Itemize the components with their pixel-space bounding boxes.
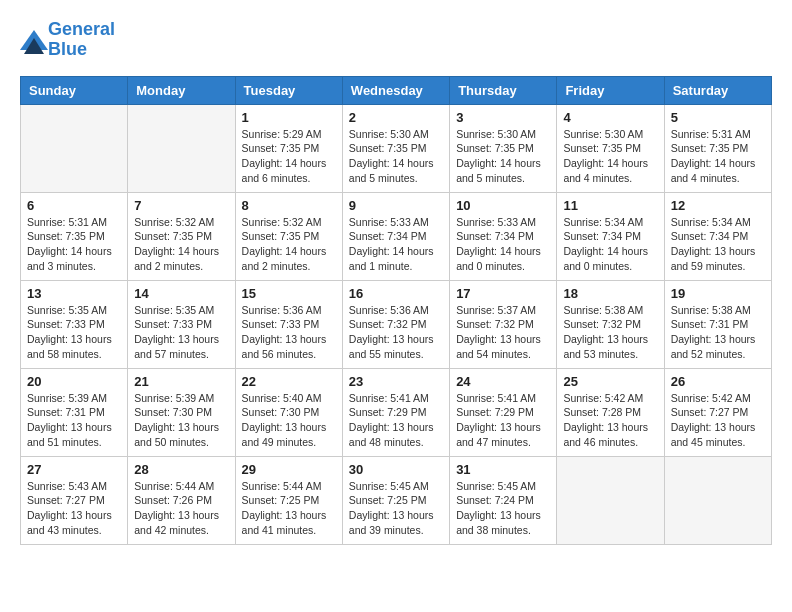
- day-info: Sunrise: 5:34 AM Sunset: 7:34 PM Dayligh…: [671, 215, 765, 274]
- day-number: 20: [27, 374, 121, 389]
- day-info: Sunrise: 5:41 AM Sunset: 7:29 PM Dayligh…: [456, 391, 550, 450]
- day-number: 10: [456, 198, 550, 213]
- calendar-cell: 5Sunrise: 5:31 AM Sunset: 7:35 PM Daylig…: [664, 104, 771, 192]
- weekday-header-friday: Friday: [557, 76, 664, 104]
- weekday-header-tuesday: Tuesday: [235, 76, 342, 104]
- calendar-cell: 8Sunrise: 5:32 AM Sunset: 7:35 PM Daylig…: [235, 192, 342, 280]
- week-row-1: 1Sunrise: 5:29 AM Sunset: 7:35 PM Daylig…: [21, 104, 772, 192]
- day-info: Sunrise: 5:39 AM Sunset: 7:30 PM Dayligh…: [134, 391, 228, 450]
- day-number: 14: [134, 286, 228, 301]
- day-number: 28: [134, 462, 228, 477]
- day-info: Sunrise: 5:45 AM Sunset: 7:25 PM Dayligh…: [349, 479, 443, 538]
- calendar-cell: 16Sunrise: 5:36 AM Sunset: 7:32 PM Dayli…: [342, 280, 449, 368]
- calendar-cell: 30Sunrise: 5:45 AM Sunset: 7:25 PM Dayli…: [342, 456, 449, 544]
- weekday-header-sunday: Sunday: [21, 76, 128, 104]
- day-info: Sunrise: 5:32 AM Sunset: 7:35 PM Dayligh…: [242, 215, 336, 274]
- calendar-cell: 12Sunrise: 5:34 AM Sunset: 7:34 PM Dayli…: [664, 192, 771, 280]
- day-number: 6: [27, 198, 121, 213]
- day-number: 26: [671, 374, 765, 389]
- day-info: Sunrise: 5:32 AM Sunset: 7:35 PM Dayligh…: [134, 215, 228, 274]
- calendar-cell: 9Sunrise: 5:33 AM Sunset: 7:34 PM Daylig…: [342, 192, 449, 280]
- calendar-cell: [21, 104, 128, 192]
- day-number: 17: [456, 286, 550, 301]
- day-number: 12: [671, 198, 765, 213]
- day-info: Sunrise: 5:45 AM Sunset: 7:24 PM Dayligh…: [456, 479, 550, 538]
- day-number: 21: [134, 374, 228, 389]
- day-info: Sunrise: 5:36 AM Sunset: 7:32 PM Dayligh…: [349, 303, 443, 362]
- calendar-cell: 13Sunrise: 5:35 AM Sunset: 7:33 PM Dayli…: [21, 280, 128, 368]
- weekday-header-saturday: Saturday: [664, 76, 771, 104]
- logo-text: General Blue: [48, 20, 115, 60]
- day-info: Sunrise: 5:42 AM Sunset: 7:27 PM Dayligh…: [671, 391, 765, 450]
- day-number: 8: [242, 198, 336, 213]
- day-info: Sunrise: 5:33 AM Sunset: 7:34 PM Dayligh…: [456, 215, 550, 274]
- day-number: 18: [563, 286, 657, 301]
- calendar-table: SundayMondayTuesdayWednesdayThursdayFrid…: [20, 76, 772, 545]
- day-info: Sunrise: 5:38 AM Sunset: 7:31 PM Dayligh…: [671, 303, 765, 362]
- day-number: 27: [27, 462, 121, 477]
- calendar-cell: 2Sunrise: 5:30 AM Sunset: 7:35 PM Daylig…: [342, 104, 449, 192]
- day-info: Sunrise: 5:42 AM Sunset: 7:28 PM Dayligh…: [563, 391, 657, 450]
- day-number: 23: [349, 374, 443, 389]
- day-info: Sunrise: 5:30 AM Sunset: 7:35 PM Dayligh…: [563, 127, 657, 186]
- day-number: 22: [242, 374, 336, 389]
- page-header: General Blue: [20, 20, 772, 60]
- day-number: 31: [456, 462, 550, 477]
- day-info: Sunrise: 5:34 AM Sunset: 7:34 PM Dayligh…: [563, 215, 657, 274]
- day-number: 5: [671, 110, 765, 125]
- day-number: 1: [242, 110, 336, 125]
- day-info: Sunrise: 5:31 AM Sunset: 7:35 PM Dayligh…: [27, 215, 121, 274]
- calendar-cell: 29Sunrise: 5:44 AM Sunset: 7:25 PM Dayli…: [235, 456, 342, 544]
- day-info: Sunrise: 5:43 AM Sunset: 7:27 PM Dayligh…: [27, 479, 121, 538]
- week-row-2: 6Sunrise: 5:31 AM Sunset: 7:35 PM Daylig…: [21, 192, 772, 280]
- day-number: 9: [349, 198, 443, 213]
- weekday-header-monday: Monday: [128, 76, 235, 104]
- calendar-cell: [128, 104, 235, 192]
- day-number: 25: [563, 374, 657, 389]
- day-number: 3: [456, 110, 550, 125]
- calendar-cell: 6Sunrise: 5:31 AM Sunset: 7:35 PM Daylig…: [21, 192, 128, 280]
- day-number: 19: [671, 286, 765, 301]
- day-number: 2: [349, 110, 443, 125]
- calendar-cell: 18Sunrise: 5:38 AM Sunset: 7:32 PM Dayli…: [557, 280, 664, 368]
- week-row-3: 13Sunrise: 5:35 AM Sunset: 7:33 PM Dayli…: [21, 280, 772, 368]
- day-info: Sunrise: 5:37 AM Sunset: 7:32 PM Dayligh…: [456, 303, 550, 362]
- day-info: Sunrise: 5:41 AM Sunset: 7:29 PM Dayligh…: [349, 391, 443, 450]
- calendar-cell: 15Sunrise: 5:36 AM Sunset: 7:33 PM Dayli…: [235, 280, 342, 368]
- day-number: 30: [349, 462, 443, 477]
- day-info: Sunrise: 5:44 AM Sunset: 7:26 PM Dayligh…: [134, 479, 228, 538]
- weekday-header-thursday: Thursday: [450, 76, 557, 104]
- day-info: Sunrise: 5:40 AM Sunset: 7:30 PM Dayligh…: [242, 391, 336, 450]
- calendar-cell: 3Sunrise: 5:30 AM Sunset: 7:35 PM Daylig…: [450, 104, 557, 192]
- day-info: Sunrise: 5:31 AM Sunset: 7:35 PM Dayligh…: [671, 127, 765, 186]
- day-number: 15: [242, 286, 336, 301]
- day-number: 16: [349, 286, 443, 301]
- calendar-cell: 14Sunrise: 5:35 AM Sunset: 7:33 PM Dayli…: [128, 280, 235, 368]
- day-info: Sunrise: 5:38 AM Sunset: 7:32 PM Dayligh…: [563, 303, 657, 362]
- day-number: 4: [563, 110, 657, 125]
- week-row-4: 20Sunrise: 5:39 AM Sunset: 7:31 PM Dayli…: [21, 368, 772, 456]
- calendar-cell: 21Sunrise: 5:39 AM Sunset: 7:30 PM Dayli…: [128, 368, 235, 456]
- weekday-header-row: SundayMondayTuesdayWednesdayThursdayFrid…: [21, 76, 772, 104]
- calendar-cell: 22Sunrise: 5:40 AM Sunset: 7:30 PM Dayli…: [235, 368, 342, 456]
- day-info: Sunrise: 5:30 AM Sunset: 7:35 PM Dayligh…: [456, 127, 550, 186]
- calendar-cell: 27Sunrise: 5:43 AM Sunset: 7:27 PM Dayli…: [21, 456, 128, 544]
- calendar-cell: 7Sunrise: 5:32 AM Sunset: 7:35 PM Daylig…: [128, 192, 235, 280]
- calendar-cell: 11Sunrise: 5:34 AM Sunset: 7:34 PM Dayli…: [557, 192, 664, 280]
- calendar-cell: [557, 456, 664, 544]
- day-number: 29: [242, 462, 336, 477]
- day-number: 7: [134, 198, 228, 213]
- calendar-cell: 17Sunrise: 5:37 AM Sunset: 7:32 PM Dayli…: [450, 280, 557, 368]
- day-info: Sunrise: 5:35 AM Sunset: 7:33 PM Dayligh…: [27, 303, 121, 362]
- weekday-header-wednesday: Wednesday: [342, 76, 449, 104]
- day-info: Sunrise: 5:35 AM Sunset: 7:33 PM Dayligh…: [134, 303, 228, 362]
- calendar-cell: 19Sunrise: 5:38 AM Sunset: 7:31 PM Dayli…: [664, 280, 771, 368]
- calendar-cell: 24Sunrise: 5:41 AM Sunset: 7:29 PM Dayli…: [450, 368, 557, 456]
- logo: General Blue: [20, 20, 115, 60]
- day-info: Sunrise: 5:39 AM Sunset: 7:31 PM Dayligh…: [27, 391, 121, 450]
- day-number: 24: [456, 374, 550, 389]
- day-info: Sunrise: 5:36 AM Sunset: 7:33 PM Dayligh…: [242, 303, 336, 362]
- calendar-cell: 10Sunrise: 5:33 AM Sunset: 7:34 PM Dayli…: [450, 192, 557, 280]
- calendar-cell: 31Sunrise: 5:45 AM Sunset: 7:24 PM Dayli…: [450, 456, 557, 544]
- logo-icon: [20, 30, 44, 50]
